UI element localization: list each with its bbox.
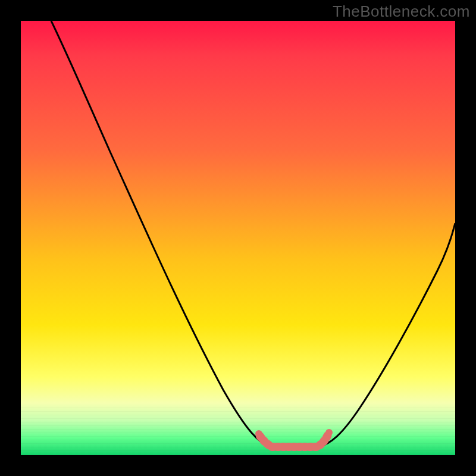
bottleneck-curve bbox=[21, 21, 455, 455]
optimal-range-marker bbox=[260, 435, 328, 447]
plot-area bbox=[21, 21, 455, 455]
optimal-marker-dot bbox=[325, 429, 333, 436]
curve-path bbox=[51, 21, 455, 447]
watermark-text: TheBottleneck.com bbox=[333, 2, 470, 21]
chart-frame: TheBottleneck.com bbox=[0, 0, 476, 476]
gradient-banding bbox=[21, 408, 455, 455]
optimal-marker-dot bbox=[255, 430, 262, 437]
